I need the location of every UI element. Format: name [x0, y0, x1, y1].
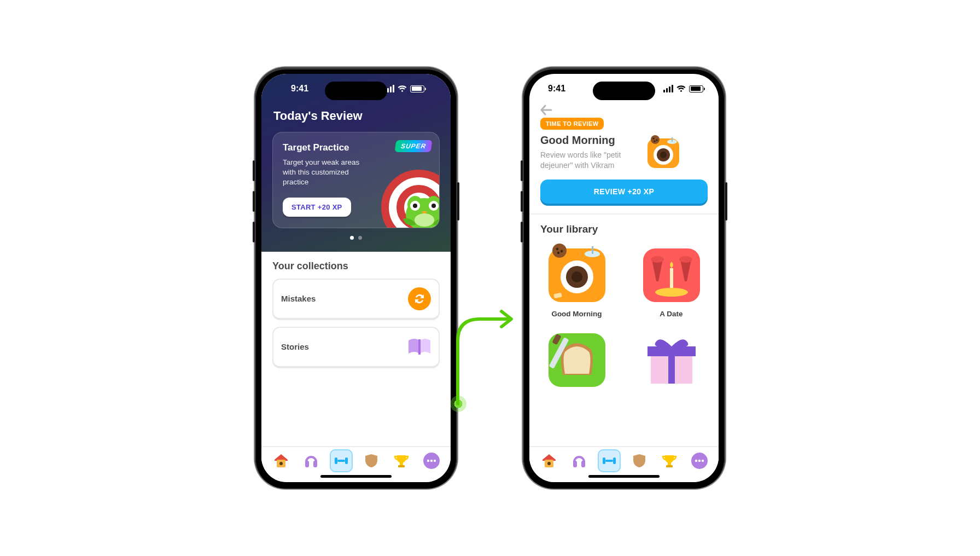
tile-gift[interactable] — [635, 328, 708, 395]
svg-point-34 — [654, 140, 655, 142]
review-title: Good Morning — [540, 134, 639, 147]
svg-rect-64 — [603, 457, 605, 464]
svg-point-30 — [660, 152, 667, 158]
svg-point-41 — [552, 244, 567, 258]
dynamic-island — [325, 82, 387, 100]
tile-label: A Date — [660, 310, 682, 318]
svg-rect-46 — [592, 246, 593, 254]
tab-listen[interactable] — [300, 449, 323, 472]
svg-rect-16 — [305, 461, 309, 467]
phone-left: 9:41 Today's Review SUPER Target Practic… — [255, 67, 457, 489]
hero-title: Today's Review — [273, 109, 440, 123]
svg-point-43 — [560, 250, 562, 252]
date-tile-art — [641, 243, 702, 304]
refresh-icon — [408, 287, 431, 310]
svg-rect-67 — [668, 462, 671, 465]
svg-rect-17 — [313, 461, 317, 467]
coffee-thumb — [645, 134, 681, 170]
review-badge: TIME TO REVIEW — [540, 118, 604, 130]
svg-rect-20 — [337, 460, 345, 462]
tab-more[interactable] — [688, 449, 711, 472]
tab-more[interactable] — [420, 449, 443, 472]
tab-trophy[interactable] — [658, 449, 681, 472]
row-label: Mistakes — [281, 294, 316, 303]
svg-point-49 — [651, 256, 664, 263]
home-indicator — [320, 475, 392, 478]
svg-point-51 — [655, 288, 688, 297]
svg-rect-59 — [668, 346, 675, 384]
svg-point-61 — [547, 462, 551, 465]
super-badge: SUPER — [394, 140, 432, 152]
back-button[interactable] — [529, 103, 719, 115]
svg-point-70 — [695, 460, 697, 462]
svg-rect-19 — [345, 457, 348, 464]
svg-point-71 — [698, 460, 700, 462]
review-button[interactable]: REVIEW +20 XP — [540, 179, 708, 204]
dynamic-island — [593, 82, 655, 100]
target-owl-art — [372, 161, 440, 228]
tile-good-morning[interactable]: Good Morning — [540, 243, 613, 318]
wifi-icon — [398, 85, 407, 92]
tab-home[interactable] — [538, 449, 561, 472]
page-dots — [272, 236, 440, 240]
svg-point-72 — [701, 460, 703, 462]
svg-point-40 — [571, 271, 582, 282]
svg-rect-68 — [666, 465, 673, 467]
svg-rect-18 — [335, 457, 337, 464]
flow-arrow — [454, 357, 520, 423]
battery-icon — [689, 85, 703, 92]
svg-point-15 — [279, 462, 283, 465]
svg-point-9 — [413, 204, 417, 208]
gift-tile-art — [641, 328, 702, 389]
svg-point-50 — [679, 256, 692, 263]
collection-stories[interactable]: Stories — [272, 327, 440, 368]
svg-point-10 — [431, 204, 436, 208]
tile-label: Good Morning — [551, 310, 602, 318]
target-practice-card[interactable]: SUPER Target Practice Target your weak a… — [272, 132, 440, 228]
book-icon — [408, 335, 431, 358]
start-button[interactable]: START +20 XP — [283, 198, 351, 217]
svg-rect-22 — [398, 465, 405, 467]
tab-shield[interactable] — [628, 449, 651, 472]
tab-practice[interactable] — [330, 449, 353, 472]
review-body: Review words like "petit dejeuner" with … — [540, 150, 639, 171]
coffee-tile-art — [546, 243, 608, 304]
svg-point-11 — [415, 213, 434, 227]
status-time: 9:41 — [291, 84, 308, 94]
svg-rect-63 — [581, 461, 585, 467]
svg-rect-66 — [605, 460, 613, 462]
svg-rect-13 — [418, 339, 421, 355]
tab-listen[interactable] — [568, 449, 591, 472]
tile-a-date[interactable]: A Date — [635, 243, 708, 318]
tab-home[interactable] — [270, 449, 293, 472]
svg-point-44 — [557, 252, 559, 254]
tab-shield[interactable] — [360, 449, 383, 472]
library-title: Your library — [540, 223, 708, 235]
card-body: Target your weak areas with this customi… — [283, 158, 370, 188]
svg-point-33 — [656, 139, 657, 141]
collection-mistakes[interactable]: Mistakes — [272, 279, 440, 320]
svg-rect-52 — [670, 268, 673, 288]
home-indicator — [588, 475, 660, 478]
arrow-left-icon — [540, 105, 552, 115]
svg-point-25 — [430, 460, 432, 462]
tab-practice[interactable] — [598, 449, 621, 472]
svg-point-31 — [651, 135, 660, 144]
svg-point-12 — [408, 287, 431, 310]
wifi-icon — [676, 85, 686, 92]
tile-bread[interactable] — [540, 328, 613, 395]
review-card: TIME TO REVIEW Good Morning Review words… — [529, 115, 719, 215]
battery-icon — [410, 85, 424, 92]
tab-trophy[interactable] — [390, 449, 413, 472]
svg-point-26 — [433, 460, 435, 462]
phone-right: 9:41 TIME TO REVIEW Good Morning Review … — [523, 67, 725, 489]
row-label: Stories — [281, 342, 309, 351]
bread-tile-art — [546, 328, 608, 389]
svg-rect-21 — [400, 462, 403, 465]
svg-point-24 — [427, 460, 429, 462]
collections-title: Your collections — [272, 260, 440, 272]
svg-rect-62 — [573, 461, 577, 467]
svg-point-42 — [556, 248, 558, 250]
status-time: 9:41 — [548, 84, 565, 94]
svg-rect-65 — [613, 457, 616, 464]
